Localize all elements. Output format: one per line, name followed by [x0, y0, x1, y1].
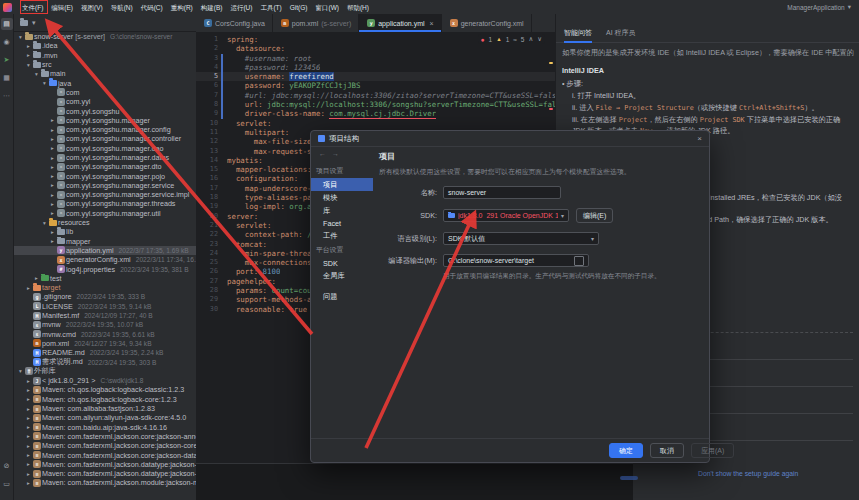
menu-item[interactable]: 帮助(H): [343, 1, 373, 14]
tree-row[interactable]: MREADME.md2022/3/24 19:35, 2.24 kB: [14, 348, 196, 357]
prev-problem-icon[interactable]: ∧: [528, 35, 533, 43]
tab-pom.xml[interactable]: mpom.xml(s-server): [273, 14, 359, 32]
tree-row[interactable]: ▸◦com.yyl.songshu.manager.service.impl: [14, 190, 196, 199]
tree-row[interactable]: ▾resources: [14, 218, 196, 227]
chevron-down-icon[interactable]: ▾: [32, 19, 36, 27]
tree-row[interactable]: ▾main: [14, 69, 196, 78]
tree-row[interactable]: ▸◦com.yyl.songshu.manager.config: [14, 125, 196, 134]
tab-application.yml[interactable]: yapplication.yml×: [359, 14, 441, 32]
tree-row[interactable]: ▾src: [14, 60, 196, 69]
tree-row[interactable]: ▸mapper: [14, 237, 196, 246]
dialog-nav-item-模块[interactable]: 模块: [311, 191, 373, 204]
tree-row[interactable]: ▸lib: [14, 227, 196, 236]
tree-row[interactable]: ▸≡Maven: com.fasterxml.jackson.module:ja…: [14, 478, 196, 487]
terminal-icon[interactable]: ▭: [1, 478, 13, 490]
run-icon[interactable]: ⊘: [1, 460, 13, 472]
tree-row[interactable]: ▸◦com.yyl.songshu.manager.controller: [14, 134, 196, 143]
next-problem-icon[interactable]: ∨: [537, 35, 542, 43]
chevron-collapsed-icon[interactable]: ▸: [33, 275, 40, 281]
chevron-expanded-icon[interactable]: ▾: [41, 80, 48, 86]
cancel-button[interactable]: 取消: [650, 443, 684, 458]
tree-row[interactable]: LLICENSE2022/3/24 19:35, 9.14 kB: [14, 302, 196, 311]
commit-icon[interactable]: ◉: [1, 36, 13, 48]
tree-row[interactable]: ▸≡Maven: com.fasterxml.jackson.core:jack…: [14, 432, 196, 441]
tree-row[interactable]: ◦com: [14, 88, 196, 97]
chevron-expanded-icon[interactable]: ▾: [17, 368, 24, 374]
sdk-combobox[interactable]: jdk1.8.0_291 Oracle OpenJDK 1.8.0_291 ▾: [443, 209, 569, 222]
dialog-title-bar[interactable]: 项目结构 ×: [311, 131, 709, 147]
dialog-nav-item-全局库[interactable]: 全局库: [311, 269, 373, 282]
back-icon[interactable]: ←: [319, 150, 332, 157]
tree-row[interactable]: ▸J< jdk1.8.0_291 >C:\swdk\jdk1.8: [14, 376, 196, 385]
tree-row[interactable]: ▸◦com.yyl.songshu.manager.dao: [14, 144, 196, 153]
forward-icon[interactable]: →: [332, 150, 345, 157]
tree-row[interactable]: ▾snow-server[s-server]G:\clone\snow-serv…: [14, 32, 196, 41]
project-name-input[interactable]: snow-server: [443, 186, 561, 199]
language-level-combobox[interactable]: SDK 默认值 ▾: [443, 232, 599, 245]
tree-row[interactable]: ▸≡Maven: com.fasterxml.jackson.core:jack…: [14, 450, 196, 459]
tree-row[interactable]: ▸≡Maven: com.fasterxml.jackson.datatype:…: [14, 469, 196, 478]
dialog-nav-item-问题[interactable]: 问题: [311, 290, 373, 303]
chevron-expanded-icon[interactable]: ▾: [17, 34, 24, 40]
tree-row[interactable]: ▸≡Maven: ch.qos.logback:logback-core:1.2…: [14, 395, 196, 404]
tree-row[interactable]: ▸.idea: [14, 41, 196, 50]
close-icon[interactable]: ×: [697, 135, 702, 143]
menu-item[interactable]: 编辑(E): [47, 1, 77, 14]
menu-item[interactable]: 构建(B): [197, 1, 227, 14]
chevron-collapsed-icon[interactable]: ▸: [49, 210, 56, 216]
tree-row[interactable]: ▸◦com.yyl.songshu.manager: [14, 116, 196, 125]
tab-generatorConfig.xml[interactable]: xgeneratorConfig.xml: [442, 14, 532, 32]
chevron-collapsed-icon[interactable]: ▸: [25, 452, 32, 458]
chevron-collapsed-icon[interactable]: ▸: [25, 480, 32, 486]
chevron-collapsed-icon[interactable]: ▸: [25, 443, 32, 449]
tab-CorsConfig.java[interactable]: CCorsConfig.java: [196, 14, 273, 32]
dialog-nav-item-库[interactable]: 库: [311, 204, 373, 217]
tree-row[interactable]: #log4j.properties2022/3/24 19:35, 381 B: [14, 264, 196, 273]
tree-row[interactable]: g.gitignore2022/3/24 19:35, 333 B: [14, 292, 196, 301]
plugin-icon[interactable]: ➤: [1, 54, 13, 66]
chevron-collapsed-icon[interactable]: ▸: [25, 285, 32, 291]
menu-item[interactable]: 视图(V): [77, 1, 107, 14]
chevron-collapsed-icon[interactable]: ▸: [25, 424, 32, 430]
chevron-collapsed-icon[interactable]: ▸: [49, 182, 56, 188]
tree-row[interactable]: ▸≡Maven: com.baidu.aip:java-sdk:4.16.16: [14, 422, 196, 431]
tree-row[interactable]: ▸≡Maven: com.fasterxml.jackson.core:jack…: [14, 441, 196, 450]
tree-row[interactable]: ▸.mvn: [14, 51, 196, 60]
tree-row[interactable]: smvnw.cmd2022/3/24 19:35, 6.61 kB: [14, 330, 196, 339]
chevron-collapsed-icon[interactable]: ▸: [25, 461, 32, 467]
tree-row[interactable]: ▸◦com.yyl.songshu.manager.threads: [14, 199, 196, 208]
tree-row[interactable]: mpom.xml2024/12/27 19:34, 9.34 kB: [14, 339, 196, 348]
project-folder-icon[interactable]: [20, 20, 28, 26]
tree-row[interactable]: ▸≡Maven: ch.qos.logback:logback-classic:…: [14, 385, 196, 394]
chevron-collapsed-icon[interactable]: ▸: [49, 164, 56, 170]
tree-row[interactable]: ▸◦com.yyl.songshu.manager.datas: [14, 153, 196, 162]
tree-row[interactable]: ▸≡Maven: com.aliyun:aliyun-java-sdk-core…: [14, 413, 196, 422]
chevron-collapsed-icon[interactable]: ▸: [25, 396, 32, 402]
chevron-collapsed-icon[interactable]: ▸: [49, 229, 56, 235]
status-link[interactable]: [620, 476, 638, 480]
tree-row[interactable]: ▸◦com.yyl.songshu.manager.pojo: [14, 171, 196, 180]
compiler-output-input[interactable]: G:\clone\snow-server\target: [443, 254, 589, 267]
menu-item[interactable]: 工具(T): [256, 1, 285, 14]
chevron-collapsed-icon[interactable]: ▸: [25, 471, 32, 477]
dismiss-setup-guide-link[interactable]: Don't show the setup guide again: [698, 470, 798, 477]
tree-row[interactable]: yapplication.yml2022/3/7 17:35, 1.69 kB: [14, 246, 196, 255]
apply-button[interactable]: 应用(A): [691, 443, 734, 458]
assistant-tab[interactable]: AI 程序员: [606, 26, 636, 42]
chevron-collapsed-icon[interactable]: ▸: [25, 415, 32, 421]
close-icon[interactable]: ×: [430, 20, 434, 27]
menu-item[interactable]: 重构(R): [167, 1, 197, 14]
tree-row[interactable]: ◦com.yyl.songshu: [14, 106, 196, 115]
structure-icon[interactable]: ▦: [1, 72, 13, 84]
chevron-collapsed-icon[interactable]: ▸: [49, 145, 56, 151]
assistant-tab[interactable]: 智能问答: [564, 26, 592, 42]
menu-item[interactable]: Git(G): [286, 1, 312, 14]
chevron-expanded-icon[interactable]: ▾: [25, 62, 32, 68]
chevron-collapsed-icon[interactable]: ▸: [25, 43, 32, 49]
sdk-edit-button[interactable]: 编辑(E): [576, 208, 613, 223]
dialog-nav-item-Facet[interactable]: Facet: [311, 217, 373, 229]
chevron-collapsed-icon[interactable]: ▸: [25, 387, 32, 393]
chevron-collapsed-icon[interactable]: ▸: [49, 173, 56, 179]
tree-row[interactable]: ▸◦com.yyl.songshu.manager.util: [14, 209, 196, 218]
tree-row[interactable]: ▸◦com.yyl.songshu.manager.dto: [14, 162, 196, 171]
